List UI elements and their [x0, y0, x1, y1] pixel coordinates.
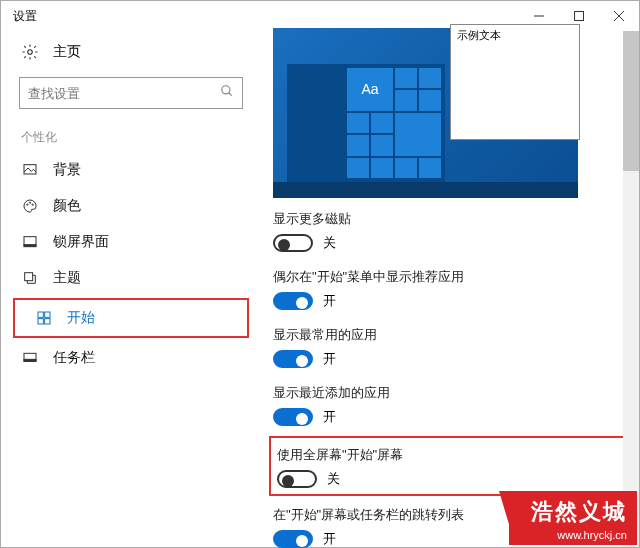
svg-line-6: [229, 93, 232, 96]
scrollbar-thumb[interactable]: [623, 31, 639, 171]
gear-icon: [21, 43, 39, 61]
toggle-more-tiles[interactable]: [273, 234, 313, 252]
theme-icon: [21, 269, 39, 287]
search-field[interactable]: [28, 86, 220, 101]
svg-rect-1: [575, 12, 584, 21]
sidebar-item-lockscreen[interactable]: 锁屏界面: [1, 224, 261, 260]
preview-overlay: 示例文本: [450, 24, 580, 140]
setting-fullscreen-highlighted: 使用全屏幕"开始"屏幕 关: [269, 436, 631, 496]
toggle-state-text: 开: [323, 530, 336, 548]
main-panel: Aa 示例文本 显示更多磁贴 关: [261, 31, 639, 547]
sidebar-item-themes[interactable]: 主题: [1, 260, 261, 296]
toggle-suggestions[interactable]: [273, 292, 313, 310]
svg-point-8: [27, 204, 28, 205]
toggle-state-text: 开: [323, 408, 336, 426]
toggle-most-used[interactable]: [273, 350, 313, 368]
svg-point-4: [28, 50, 33, 55]
search-input[interactable]: [19, 77, 243, 109]
toggle-jumplist[interactable]: [273, 530, 313, 548]
svg-point-9: [29, 202, 30, 203]
setting-label: 偶尔在"开始"菜单中显示推荐应用: [273, 268, 627, 286]
sidebar: 主页 个性化 背景 颜色 锁屏界面 主题: [1, 31, 261, 547]
sidebar-item-label: 背景: [53, 161, 81, 179]
home-button[interactable]: 主页: [1, 35, 261, 69]
setting-label: 显示更多磁贴: [273, 210, 627, 228]
svg-rect-16: [38, 319, 43, 324]
setting-label: 使用全屏幕"开始"屏幕: [277, 446, 623, 464]
section-label: 个性化: [1, 123, 261, 152]
sidebar-item-label: 任务栏: [53, 349, 95, 367]
watermark-title: 浩然义城: [509, 491, 637, 529]
taskbar-icon: [21, 349, 39, 367]
window-title: 设置: [13, 8, 37, 25]
svg-rect-14: [38, 312, 43, 317]
setting-most-used: 显示最常用的应用 开: [273, 326, 627, 368]
toggle-state-text: 关: [327, 470, 340, 488]
setting-label: 显示最近添加的应用: [273, 384, 627, 402]
svg-rect-13: [25, 273, 33, 281]
svg-point-10: [32, 204, 33, 205]
watermark: 浩然义城 www.hryckj.cn: [509, 491, 637, 545]
svg-rect-15: [45, 312, 50, 317]
svg-point-5: [222, 86, 230, 94]
toggle-state-text: 开: [323, 292, 336, 310]
sidebar-item-background[interactable]: 背景: [1, 152, 261, 188]
image-icon: [21, 161, 39, 179]
palette-icon: [21, 197, 39, 215]
start-icon: [35, 309, 53, 327]
svg-rect-19: [24, 359, 36, 361]
toggle-recently-added[interactable]: [273, 408, 313, 426]
watermark-url: www.hryckj.cn: [509, 529, 637, 545]
overlay-title: 示例文本: [451, 25, 579, 46]
setting-recently-added: 显示最近添加的应用 开: [273, 384, 627, 426]
search-icon: [220, 84, 234, 102]
svg-rect-12: [24, 245, 36, 247]
sidebar-item-label: 主题: [53, 269, 81, 287]
scrollbar[interactable]: [623, 31, 639, 547]
close-button[interactable]: [599, 1, 639, 31]
lock-screen-icon: [21, 233, 39, 251]
sidebar-item-colors[interactable]: 颜色: [1, 188, 261, 224]
setting-more-tiles: 显示更多磁贴 关: [273, 210, 627, 252]
setting-label: 显示最常用的应用: [273, 326, 627, 344]
sidebar-item-label: 锁屏界面: [53, 233, 109, 251]
sidebar-item-label: 开始: [67, 309, 95, 327]
sidebar-item-label: 颜色: [53, 197, 81, 215]
setting-suggestions: 偶尔在"开始"菜单中显示推荐应用 开: [273, 268, 627, 310]
home-label: 主页: [53, 43, 81, 61]
preview-tile-aa: Aa: [347, 68, 393, 111]
sidebar-item-taskbar[interactable]: 任务栏: [1, 340, 261, 376]
toggle-state-text: 开: [323, 350, 336, 368]
start-preview: Aa 示例文本: [273, 28, 578, 198]
sidebar-item-start[interactable]: 开始: [15, 300, 247, 336]
svg-rect-17: [45, 319, 50, 324]
toggle-state-text: 关: [323, 234, 336, 252]
toggle-fullscreen-start[interactable]: [277, 470, 317, 488]
